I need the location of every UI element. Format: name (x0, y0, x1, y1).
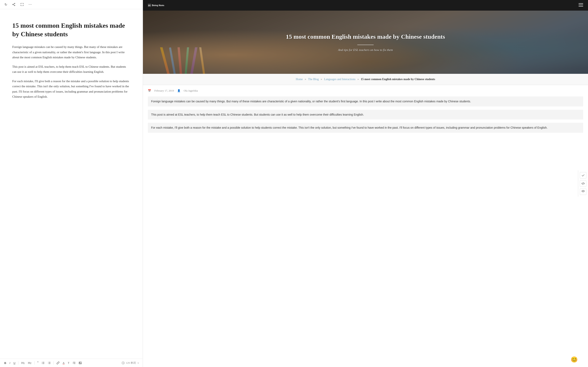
web-preview-panel: BN Being Nomad 15 most common Engli (143, 0, 588, 367)
text-style-button[interactable]: T (67, 361, 70, 365)
underline-button[interactable]: U (12, 361, 16, 365)
article-paragraph-1: Foreign language mistakes can be caused … (148, 96, 583, 106)
layer-icon[interactable] (580, 188, 586, 195)
breadcrumb: Home » The Blog » Languages and Interact… (148, 77, 583, 82)
svg-rect-20 (79, 362, 81, 364)
expand-icon[interactable] (20, 2, 25, 7)
breadcrumb-separator-1: » (305, 78, 306, 81)
editor-toolbar-bottom: B I U H1 H2 " 1 2 3 (0, 359, 143, 367)
code-icon[interactable] (580, 180, 586, 187)
hero-divider (357, 45, 374, 45)
editor-paragraph-3[interactable]: For each mistake, I'll give both a reaso… (12, 79, 130, 100)
hero-section: 15 most common English mistakes made by … (143, 11, 588, 74)
share-icon[interactable] (11, 2, 16, 7)
svg-point-0 (15, 3, 15, 4)
heading2-button[interactable]: H2 (27, 361, 33, 365)
svg-line-31 (583, 182, 583, 185)
toolbar-divider-1 (18, 361, 18, 365)
indent-button[interactable] (72, 361, 77, 365)
editor-title[interactable]: 15 most common English mistakes made by … (12, 21, 130, 38)
floating-emoji[interactable]: 😊 (571, 356, 578, 363)
svg-line-3 (13, 4, 15, 4)
refresh-icon[interactable]: ↻ (3, 2, 8, 7)
breadcrumb-current: 15 most common English mistakes made by … (361, 78, 435, 81)
article-paragraph-3: For each mistake, I'll give both a reaso… (148, 123, 583, 133)
hamburger-menu[interactable] (579, 3, 583, 8)
side-panel-icons (578, 170, 588, 197)
more-icon[interactable]: ··· (28, 2, 33, 7)
article-content: 📅 February 17, 2019 👤 Ola Jagielska Fore… (143, 85, 588, 140)
calendar-icon: 📅 (148, 89, 151, 92)
article-date: February 17, 2019 (154, 89, 174, 92)
article-author: Ola Jagielska (184, 89, 198, 92)
svg-line-4 (13, 5, 15, 6)
article-meta: 📅 February 17, 2019 👤 Ola Jagielska (148, 89, 583, 92)
toolbar-divider-2 (34, 361, 35, 365)
breadcrumb-category[interactable]: Languages and Interactions (324, 78, 355, 81)
breadcrumb-section: Home » The Blog » Languages and Interact… (143, 74, 588, 85)
toolbar-divider-3 (53, 361, 54, 365)
breadcrumb-separator-3: » (357, 78, 359, 81)
breadcrumb-home[interactable]: Home (296, 78, 303, 81)
word-count-text: 129 单词 (126, 361, 136, 365)
svg-point-2 (13, 4, 13, 5)
word-count: 129 单词 (122, 361, 139, 365)
svg-text:3: 3 (48, 363, 49, 364)
check-icon[interactable] (580, 172, 586, 179)
hero-title: 15 most common English mistakes made by … (286, 33, 445, 41)
site-logo: BN Being Nomad (148, 3, 164, 8)
ordered-list-button[interactable]: 1 2 3 (47, 361, 52, 365)
article-paragraph-2: This post is aimed at ESL teachers, to h… (148, 110, 583, 120)
editor-body[interactable]: Foreign language mistakes can be caused … (12, 44, 130, 100)
svg-point-1 (15, 5, 15, 6)
author-icon: 👤 (177, 89, 181, 92)
breadcrumb-blog[interactable]: The Blog (308, 78, 319, 81)
link-button[interactable] (56, 361, 61, 365)
bold-button[interactable]: B (3, 361, 7, 365)
text-color-button[interactable]: A (62, 361, 66, 365)
list-button[interactable] (41, 361, 45, 365)
editor-paragraph-1[interactable]: Foreign language mistakes can be caused … (12, 44, 130, 60)
quote-button[interactable]: " (36, 360, 40, 365)
italic-button[interactable]: I (8, 361, 11, 365)
svg-line-24 (123, 363, 124, 363)
editor-toolbar-top: ↻ ··· (0, 0, 143, 9)
editor-paragraph-2[interactable]: This post is aimed at ESL teachers, to h… (12, 64, 130, 75)
svg-text:Being Nomad: Being Nomad (152, 4, 164, 7)
hero-subtitle: And tips for ESL teachers on how to fix … (286, 48, 445, 52)
breadcrumb-separator-2: » (321, 78, 322, 81)
hero-content: 15 most common English mistakes made by … (278, 33, 453, 52)
image-button[interactable] (78, 361, 83, 365)
editor-content-area[interactable]: 15 most common English mistakes made by … (0, 9, 143, 359)
editor-panel: ↻ ··· 15 most common English mistakes ma… (0, 0, 143, 367)
site-header: BN Being Nomad (143, 0, 588, 11)
svg-text:BN: BN (148, 5, 150, 7)
heading1-button[interactable]: H1 (20, 361, 26, 365)
